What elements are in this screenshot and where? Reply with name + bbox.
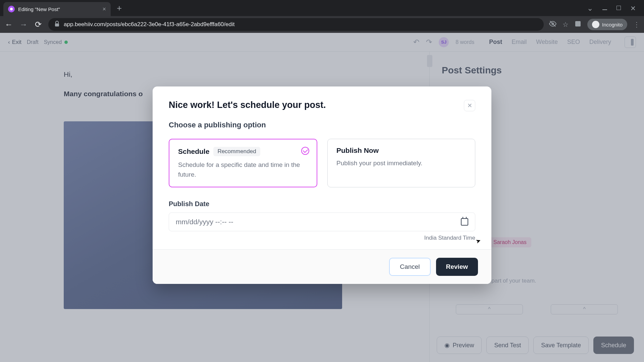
review-button[interactable]: Review bbox=[436, 258, 478, 276]
app-root: ‹ Exit Draft Synced ↶ ↷ SJ 8 words Post … bbox=[0, 33, 644, 362]
address-bar: ← → ⟳ app.beehiiv.com/posts/ebc6a222-3e0… bbox=[0, 16, 644, 33]
window-controls: ⌄ ✕ bbox=[587, 4, 644, 16]
modal-title: Nice work! Let's schedule your post. bbox=[169, 100, 464, 110]
tab-title: Editing "New Post" bbox=[18, 6, 99, 12]
back-button[interactable]: ← bbox=[4, 20, 13, 29]
minimize-button[interactable] bbox=[602, 5, 607, 11]
modal-overlay[interactable]: Nice work! Let's schedule your post. ✕ C… bbox=[0, 33, 644, 362]
option-schedule-desc: Schedule for a specific date and time in… bbox=[178, 160, 308, 179]
option-publish-now[interactable]: Publish Now Publish your post immediatel… bbox=[327, 139, 475, 187]
check-circle-icon bbox=[301, 147, 309, 155]
new-tab-button[interactable]: + bbox=[117, 3, 122, 13]
schedule-modal: Nice work! Let's schedule your post. ✕ C… bbox=[153, 86, 491, 284]
close-window-button[interactable]: ✕ bbox=[630, 4, 636, 12]
svg-rect-0 bbox=[55, 23, 59, 26]
close-tab-icon[interactable]: × bbox=[102, 6, 106, 13]
option-now-desc: Publish your post immediately. bbox=[336, 159, 466, 168]
close-modal-button[interactable]: ✕ bbox=[464, 100, 475, 111]
incognito-badge[interactable]: Incognito bbox=[587, 19, 627, 30]
publish-date-label: Publish Date bbox=[169, 200, 475, 208]
favicon-icon bbox=[8, 6, 15, 12]
browser-tab[interactable]: Editing "New Post" × bbox=[3, 2, 111, 16]
modal-subtitle: Choose a publishing option bbox=[169, 121, 475, 129]
publish-date-input[interactable]: mm/dd/yyyy --:-- -- bbox=[169, 213, 475, 231]
eye-off-icon[interactable] bbox=[549, 20, 556, 29]
forward-button[interactable]: → bbox=[19, 20, 28, 29]
date-placeholder: mm/dd/yyyy --:-- -- bbox=[176, 218, 461, 226]
chevron-down-icon[interactable]: ⌄ bbox=[587, 4, 593, 13]
option-now-title: Publish Now bbox=[336, 146, 379, 155]
cancel-button[interactable]: Cancel bbox=[389, 258, 430, 276]
url-field[interactable]: app.beehiiv.com/posts/ebc6a222-3e0e-41f3… bbox=[48, 18, 544, 31]
calendar-icon[interactable] bbox=[461, 218, 468, 226]
url-text: app.beehiiv.com/posts/ebc6a222-3e0e-41f3… bbox=[64, 21, 234, 28]
star-icon[interactable]: ☆ bbox=[562, 20, 569, 28]
incognito-icon bbox=[592, 21, 599, 28]
timezone-text: India Standard Time bbox=[169, 235, 475, 241]
browser-tab-strip: Editing "New Post" × + ⌄ ✕ bbox=[0, 0, 644, 16]
extension-icon[interactable] bbox=[575, 20, 581, 29]
svg-rect-3 bbox=[575, 21, 581, 26]
incognito-label: Incognito bbox=[602, 22, 623, 27]
reload-button[interactable]: ⟳ bbox=[34, 20, 43, 29]
maximize-button[interactable] bbox=[616, 5, 621, 11]
kebab-menu-icon[interactable]: ⋮ bbox=[633, 20, 640, 28]
option-schedule[interactable]: Schedule Recommended Schedule for a spec… bbox=[169, 139, 317, 187]
lock-icon bbox=[54, 21, 60, 28]
recommended-badge: Recommended bbox=[213, 147, 260, 156]
option-schedule-title: Schedule bbox=[178, 147, 209, 156]
